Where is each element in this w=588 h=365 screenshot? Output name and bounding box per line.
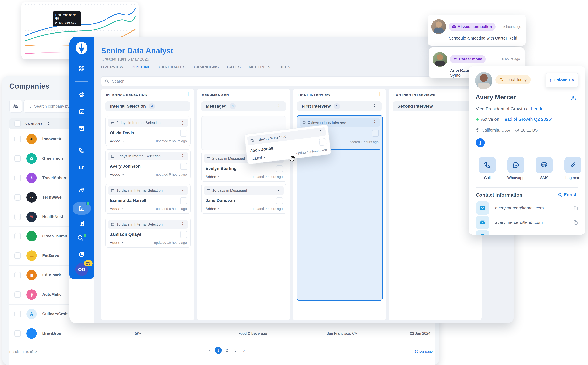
- status-dropdown[interactable]: Added: [110, 207, 125, 211]
- tasks-check-square-icon[interactable]: [79, 108, 85, 115]
- edit-contact-icon[interactable]: [570, 95, 577, 102]
- card-checkbox[interactable]: [372, 130, 379, 137]
- call-button[interactable]: [479, 157, 496, 174]
- page-button[interactable]: 1: [215, 347, 222, 354]
- stage-pill[interactable]: Second Interview: [393, 101, 477, 111]
- card-menu-kebab-icon[interactable]: ⋮: [181, 222, 185, 227]
- company-link[interactable]: Lendr: [531, 106, 543, 111]
- tab-campaigns[interactable]: CAMPAIGNS: [194, 65, 219, 69]
- email-row[interactable]: avery.mercer@gmail.com: [476, 201, 578, 215]
- candidates-people-icon[interactable]: [79, 186, 85, 193]
- active-status-dot: [476, 118, 479, 121]
- row-checkbox[interactable]: [15, 136, 21, 142]
- card-menu-kebab-icon[interactable]: ⋮: [318, 130, 323, 134]
- log-note-button[interactable]: [564, 157, 581, 174]
- copy-icon[interactable]: [573, 205, 578, 211]
- tab-overview[interactable]: OVERVIEW: [101, 65, 123, 69]
- reports-pie-icon[interactable]: [79, 251, 85, 258]
- candidate-card[interactable]: 5 days in Internal Selection ⋮ Avery Joh…: [105, 149, 190, 179]
- phone-row[interactable]: +1 555-902-3456: [476, 230, 578, 235]
- row-checkbox[interactable]: [15, 311, 21, 317]
- pipeline-search-input[interactable]: [112, 79, 514, 84]
- screenshot-root: Resumes sent: 58 12 August 2025 Companie…: [0, 0, 588, 365]
- row-checkbox[interactable]: [15, 233, 21, 239]
- facebook-icon[interactable]: f: [476, 138, 485, 147]
- row-checkbox[interactable]: [15, 330, 21, 337]
- tab-calls[interactable]: CALLS: [227, 65, 241, 69]
- candidate-card[interactable]: 10 days in Internal Selection ⋮ Esmerald…: [105, 184, 190, 214]
- stage-pill[interactable]: First Interview 1 ⋮: [297, 101, 382, 111]
- row-checkbox[interactable]: [15, 253, 21, 259]
- row-checkbox[interactable]: [15, 214, 21, 220]
- tab-meetings[interactable]: MEETINGS: [249, 65, 270, 69]
- status-dropdown[interactable]: Added: [206, 175, 220, 179]
- campaigns-megaphone-icon[interactable]: [79, 91, 85, 98]
- card-updated: updated 2 hours ago: [252, 207, 283, 211]
- stage-menu-kebab-icon[interactable]: ⋮: [276, 104, 281, 109]
- page-button[interactable]: 2: [223, 347, 230, 354]
- add-card-button[interactable]: +: [282, 91, 286, 97]
- candidate-card[interactable]: 2 days in Internal Selection ⋮ Olivia Da…: [105, 116, 190, 146]
- card-checkbox[interactable]: [180, 231, 187, 238]
- card-menu-kebab-icon[interactable]: ⋮: [181, 154, 185, 158]
- sort-icon[interactable]: [47, 122, 50, 126]
- card-menu-kebab-icon[interactable]: ⋮: [372, 120, 377, 125]
- app-logo-whale-icon[interactable]: [75, 41, 88, 55]
- add-card-button[interactable]: +: [186, 91, 190, 97]
- copy-icon[interactable]: [573, 220, 578, 225]
- stage-menu-kebab-icon[interactable]: ⋮: [372, 104, 377, 109]
- card-menu-kebab-icon[interactable]: ⋮: [181, 120, 185, 125]
- archive-icon[interactable]: [79, 125, 85, 132]
- row-checkbox[interactable]: [15, 175, 21, 181]
- talent-pool-active-item[interactable]: [73, 202, 91, 215]
- row-checkbox[interactable]: [15, 194, 21, 201]
- sms-button[interactable]: SMS: [536, 157, 553, 174]
- companies-building-icon[interactable]: [79, 220, 85, 227]
- prev-page-button[interactable]: ‹: [206, 347, 213, 354]
- contact-name: Avery Mercer: [475, 94, 516, 101]
- dashboard-grid-icon[interactable]: [79, 65, 85, 72]
- campaign-link[interactable]: ‘Head of Growth Q2 2025’: [501, 117, 552, 122]
- card-checkbox[interactable]: [276, 165, 283, 172]
- enrich-button[interactable]: Enrich: [558, 192, 578, 197]
- row-checkbox[interactable]: [15, 291, 21, 298]
- card-menu-kebab-icon[interactable]: ⋮: [276, 188, 281, 193]
- card-checkbox[interactable]: [180, 163, 187, 170]
- candidate-card[interactable]: 10 days in Messaged ⋮ Jane Donovan Added…: [201, 184, 286, 214]
- user-avatar[interactable]: OD 23: [75, 263, 88, 276]
- company-row[interactable]: BrewBros 5K+ Food & Beverage San Francis…: [9, 324, 435, 344]
- search-nav-item[interactable]: [77, 235, 86, 244]
- stage-pill[interactable]: Internal Selection 4: [105, 101, 190, 111]
- status-dropdown[interactable]: Added: [251, 155, 266, 161]
- card-checkbox[interactable]: [180, 130, 187, 137]
- select-all-checkbox[interactable]: [15, 120, 21, 127]
- company-logo: [26, 231, 37, 241]
- card-menu-kebab-icon[interactable]: ⋮: [181, 188, 185, 193]
- status-dropdown[interactable]: Added: [206, 207, 220, 211]
- tab-pipeline[interactable]: PIPELINE: [131, 65, 151, 69]
- filter-button[interactable]: [9, 100, 22, 113]
- upload-cv-button[interactable]: ↑ Upload CV: [546, 73, 578, 87]
- page-button[interactable]: 3: [232, 347, 239, 354]
- next-page-button[interactable]: ›: [240, 347, 247, 354]
- card-checkbox[interactable]: [276, 197, 283, 204]
- tab-files[interactable]: FILES: [278, 65, 290, 69]
- copy-icon[interactable]: [573, 234, 578, 235]
- card-checkbox[interactable]: [180, 197, 187, 204]
- status-dropdown[interactable]: Added: [110, 240, 125, 245]
- candidate-card[interactable]: 10 days in Internal Selection ⋮ Jamison …: [105, 218, 190, 248]
- tab-candidates[interactable]: CANDIDATES: [159, 65, 186, 69]
- calls-phone-icon[interactable]: [79, 147, 85, 154]
- per-page-select[interactable]: 10 per page ⌄: [415, 350, 436, 353]
- whatsapp-button[interactable]: [507, 157, 524, 174]
- row-checkbox[interactable]: [15, 155, 21, 162]
- row-checkbox[interactable]: [15, 272, 21, 278]
- notification-card[interactable]: Missed connection 5 hours ago Schedule a…: [428, 15, 526, 46]
- status-dropdown[interactable]: Added: [110, 172, 125, 177]
- email-row[interactable]: avery.mercer@lendr.com: [476, 216, 578, 229]
- meetings-video-icon[interactable]: [79, 164, 85, 171]
- stage-pill[interactable]: Messaged 3 ⋮: [201, 101, 286, 111]
- status-dropdown[interactable]: Added: [110, 139, 125, 143]
- card-checkbox[interactable]: [319, 138, 327, 146]
- add-card-button[interactable]: +: [378, 91, 382, 97]
